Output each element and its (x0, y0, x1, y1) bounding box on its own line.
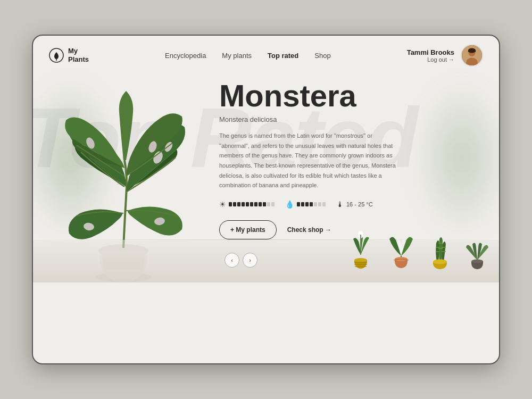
user-avatar[interactable] (461, 44, 483, 66)
nav-top-rated[interactable]: Top rated (268, 51, 298, 60)
sun-bar-seg-8 (259, 202, 262, 206)
temp-icon: 🌡 (336, 200, 344, 209)
thumbnail-2[interactable] (383, 228, 419, 271)
logout-button[interactable]: Log out → (407, 56, 454, 63)
logo[interactable]: My Plants (49, 47, 89, 63)
nav-arrows: ‹ › (225, 253, 257, 268)
water-bar-seg-5 (314, 202, 317, 206)
water-bar (297, 202, 326, 206)
sun-bar-seg-7 (254, 202, 257, 206)
sun-bar-seg-11 (271, 202, 275, 206)
sun-icon: ☀ (219, 200, 226, 209)
water-bar-seg-3 (305, 202, 309, 206)
sun-bar-seg-3 (237, 202, 240, 206)
water-bar-seg-7 (322, 202, 326, 206)
water-bar-seg-2 (301, 202, 304, 206)
thumb-2-plant (383, 228, 419, 271)
logo-text: My Plants (68, 47, 89, 63)
add-plants-button[interactable]: + My plants (219, 220, 277, 239)
thumbnails-container (343, 228, 494, 271)
thumbnail-4[interactable] (461, 232, 494, 271)
check-shop-button[interactable]: Check shop → (287, 226, 331, 234)
sun-bar-seg-4 (242, 202, 245, 206)
svg-point-30 (433, 260, 447, 264)
user-name: Tammi Brooks (407, 48, 454, 56)
prev-arrow[interactable]: ‹ (225, 253, 239, 268)
plant-subtitle: Monstera deliciosa (219, 115, 488, 123)
thumb-4-plant (461, 232, 494, 271)
nav-my-plants[interactable]: My plants (222, 51, 252, 60)
water-stat: 💧 (285, 200, 326, 209)
nav-links: Encyclopedia My plants Top rated Shop (165, 51, 331, 60)
sun-bar-seg-1 (229, 202, 232, 206)
sun-bar (229, 202, 275, 206)
thumb-3-plant (423, 232, 456, 271)
temp-value: 16 - 25 °C (346, 201, 373, 207)
thumb-1-plant (343, 228, 379, 271)
water-icon: 💧 (285, 200, 294, 209)
user-section: Tammi Brooks Log out → (407, 44, 483, 66)
plant-description: The genus is named from the Latin word f… (219, 131, 400, 190)
sun-bar-seg-6 (250, 202, 253, 206)
logo-icon (49, 48, 64, 63)
svg-point-18 (354, 258, 367, 262)
svg-point-31 (471, 260, 483, 263)
sun-stat: ☀ (219, 200, 275, 209)
water-bar-seg-6 (318, 202, 321, 206)
sun-bar-seg-2 (233, 202, 236, 206)
thumbnail-3[interactable] (423, 232, 456, 271)
sun-bar-seg-9 (263, 202, 266, 206)
plant-title: Monstera (219, 80, 488, 111)
next-arrow[interactable]: › (243, 253, 257, 268)
sun-bar-seg-10 (267, 202, 270, 206)
device-frame: Top Rated My Plants Encyclopedia My plan… (32, 35, 500, 364)
stats-row: ☀ (219, 200, 488, 209)
nav-shop[interactable]: Shop (314, 51, 330, 60)
nav-encyclopedia[interactable]: Encyclopedia (165, 51, 206, 60)
water-bar-seg-1 (297, 202, 300, 206)
navbar: My Plants Encyclopedia My plants Top rat… (33, 36, 499, 75)
info-panel: Monstera Monstera deliciosa The genus is… (209, 70, 488, 255)
main-area: Monstera Monstera deliciosa The genus is… (33, 59, 499, 282)
temp-stat: 🌡 16 - 25 °C (336, 200, 373, 209)
thumbnail-1[interactable] (343, 228, 379, 271)
water-bar-seg-4 (310, 202, 313, 206)
sun-bar-seg-5 (246, 202, 249, 206)
avatar-image (462, 45, 482, 65)
user-info: Tammi Brooks Log out → (407, 48, 454, 63)
